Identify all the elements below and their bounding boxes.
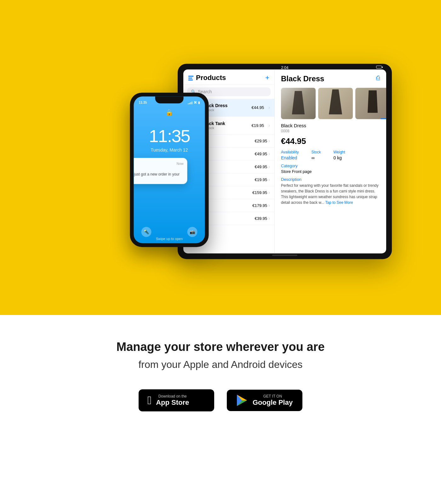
weight-col: Weight 0 kg (334, 150, 345, 160)
availability-value: Enabled (281, 155, 299, 160)
bars-icon (188, 76, 193, 80)
flashlight-icon[interactable]: 🔦 (141, 227, 152, 237)
product-images (281, 88, 380, 119)
product-image-2[interactable] (318, 88, 353, 119)
stock-value: ∞ (311, 155, 321, 160)
product-price: €29.95 (255, 139, 267, 143)
product-price: €159.95 (252, 190, 267, 195)
stock-label: Stock (311, 150, 321, 154)
product-price: €49.95 (255, 164, 267, 169)
share-icon[interactable]: ⎙ (376, 74, 380, 82)
product-image-1[interactable] (281, 88, 316, 119)
chevron-icon: › (268, 177, 270, 182)
app-store-big-text: App Store (156, 398, 189, 407)
weight-value: 0 kg (334, 155, 345, 160)
image-thumbnail (318, 88, 353, 119)
product-info: Black Tank In stock (202, 121, 249, 130)
bottom-headline: Manage your store wherever you are (0, 340, 441, 354)
app-store-small-text: Download on the (156, 394, 189, 398)
detail-sku: 0008 (281, 129, 380, 133)
phone-screen: 11:35 ⌘ ▮ 🔒 11:35 Tuesday, March 1 (134, 96, 205, 243)
notification-body: Congrats! You just got a new order in yo… (134, 172, 184, 181)
phone-status-time: 11:35 (139, 101, 147, 104)
camera-icon[interactable]: 📷 (187, 227, 198, 237)
description-text: Perfect for wearing with your favorite f… (281, 183, 380, 205)
product-price: €179.95 (252, 203, 267, 208)
product-info: Black Dress In stock (202, 103, 249, 112)
detail-product-title: Black Dress (281, 74, 324, 83)
product-name: Black Dress (202, 103, 249, 108)
add-product-button[interactable]: + (265, 74, 269, 82)
detail-meta: Availability Enabled Stock ∞ Weight 0 kg (281, 150, 380, 160)
google-play-text: GET IT ON Google Play (253, 394, 293, 407)
availability-label: Availability (281, 150, 299, 154)
app-store-buttons:  Download on the App Store GET IT ON Go… (0, 389, 441, 411)
tablet-time: 2:04 (281, 66, 288, 70)
scroll-indicator (381, 118, 386, 119)
image-thumbnail (281, 88, 316, 119)
chevron-icon: › (268, 138, 270, 143)
battery-icon (376, 66, 382, 68)
chevron-icon: › (268, 190, 270, 195)
category-value: Store Front page (281, 169, 380, 174)
weight-label: Weight (334, 150, 345, 154)
chevron-icon: › (268, 164, 270, 169)
google-play-big-text: Google Play (253, 398, 293, 407)
product-image-3[interactable] (355, 88, 386, 119)
app-store-button[interactable]:  Download on the App Store (139, 389, 214, 411)
battery-phone-icon: ▮ (198, 101, 200, 104)
chevron-icon: › (268, 203, 270, 208)
tablet-frame: 2:04 Products + (178, 64, 392, 259)
chevron-icon: › (268, 105, 270, 110)
product-price: €39.95 (255, 216, 267, 221)
app-store-text: Download on the App Store (156, 394, 189, 407)
notification-title: New order! (134, 167, 184, 172)
bottom-subtext: from your Apple and Android devices (0, 359, 441, 370)
bottom-section: Manage your store wherever you are from … (0, 315, 441, 430)
detail-header: Black Dress ⎙ (281, 74, 380, 83)
detail-price: €44.95 (281, 136, 380, 146)
phone-notch (155, 96, 184, 103)
product-stock: In stock (202, 108, 249, 112)
category-label: Category (281, 163, 380, 168)
apple-icon:  (147, 394, 152, 407)
header-left: Products (188, 74, 226, 82)
wifi-icon: ⌘ (194, 101, 197, 104)
tap-to-see-more[interactable]: Tap to See More (325, 200, 353, 205)
product-price: €49.95 (255, 152, 267, 156)
availability-col: Availability Enabled (281, 150, 299, 160)
phone-date: Tuesday, March 12 (151, 147, 188, 152)
hero-section: 2:04 Products + (0, 0, 441, 315)
stock-col: Stock ∞ (311, 150, 321, 160)
home-indicator (272, 255, 297, 256)
google-play-button[interactable]: GET IT ON Google Play (227, 390, 302, 411)
image-thumbnail (355, 88, 386, 119)
products-header: Products + (183, 69, 274, 85)
product-price: €44.95 (252, 105, 264, 110)
product-price: €19.95 (252, 123, 264, 128)
chevron-icon: › (268, 123, 270, 128)
google-play-small-text: GET IT ON (253, 394, 293, 398)
chevron-icon: › (268, 151, 270, 156)
notification-time: Now (176, 162, 183, 165)
lock-icon: 🔒 (165, 109, 173, 116)
description-label: Description (281, 177, 380, 182)
detail-name: Black Dress (281, 123, 380, 128)
products-title: Products (196, 74, 226, 82)
google-play-icon (236, 394, 248, 407)
phone-frame: 11:35 ⌘ ▮ 🔒 11:35 Tuesday, March 1 (130, 93, 209, 247)
notification-header: E ECWID Now (134, 161, 184, 166)
tablet-screen: Products + 🔍 Search Black Dress (183, 69, 386, 253)
product-price: €19.95 (255, 177, 267, 182)
tablet-device: 2:04 Products + (178, 64, 392, 259)
product-stock: In stock (202, 126, 249, 130)
tablet-status-bar (376, 66, 382, 68)
phone-bottom-controls: 🔦 📷 (134, 227, 205, 237)
phone-device: 11:35 ⌘ ▮ 🔒 11:35 Tuesday, March 1 (130, 93, 209, 247)
signal-bars-icon (188, 101, 192, 104)
notification-banner[interactable]: E ECWID Now New order! Congrats! You jus… (134, 158, 187, 184)
swipe-text: Swipe up to open (156, 237, 183, 241)
chevron-icon: › (268, 216, 270, 221)
product-detail-panel: Black Dress ⎙ (275, 69, 386, 253)
product-name: Black Tank (202, 121, 249, 126)
